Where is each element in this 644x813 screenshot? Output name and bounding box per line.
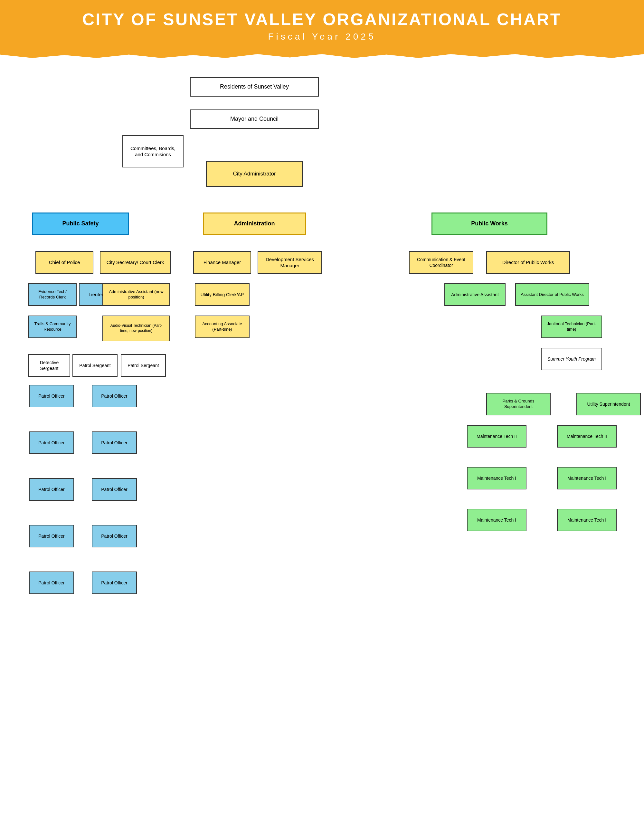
node-janitorial: Janitorial Technician (Part-time) [541,316,602,338]
org-chart-container: Residents of Sunset Valley Mayor and Cou… [0,58,644,90]
node-maint-tech-i-util1: Maintenance Tech I [557,467,616,489]
node-mayor: Mayor and Council [190,109,319,129]
node-administration: Administration [203,213,306,235]
node-accounting-assoc: Accounting Associate (Part-time) [195,316,250,338]
node-patrol-officer-r5: Patrol Officer [92,572,137,594]
node-utility-billing: Utility Billing Clerk/AP [195,283,250,306]
node-maint-tech-i-parks1: Maintenance Tech I [467,467,526,489]
node-audio-visual: Audio-Visual Technician (Part-time, new-… [103,316,170,341]
node-chief-police: Chief of Police [35,251,94,274]
node-maint-tech-ii-util1: Maintenance Tech II [557,425,616,448]
node-patrol-officer-r3: Patrol Officer [92,478,137,501]
node-patrol-officer-r4: Patrol Officer [92,525,137,548]
node-city-secretary: City Secretary/ Court Clerk [100,251,171,274]
node-patrol-officer-l5: Patrol Officer [29,572,74,594]
node-maint-tech-i-util2: Maintenance Tech I [557,509,616,531]
node-utility-supt: Utility Superintendent [577,393,641,415]
node-evidence-tech: Evidence Tech/ Records Clerk [28,283,77,306]
node-trails: Trails & Community Resource [28,316,77,338]
node-detective-sgt: Detective Sergeant [28,354,70,377]
node-finance-manager: Finance Manager [193,251,251,274]
node-patrol-sgt2: Patrol Sergeant [121,354,166,377]
node-committees: Committees, Boards, and Commisions [123,135,184,167]
page-title: CITY OF SUNSET VALLEY ORGANIZATIONAL CHA… [6,10,638,29]
fiscal-year: Fiscal Year 2025 [6,32,638,42]
node-parks-supt: Parks & Grounds Superintendent [486,393,550,415]
header: CITY OF SUNSET VALLEY ORGANIZATIONAL CHA… [0,0,644,58]
node-city-admin: City Administrator [206,161,303,187]
node-patrol-officer-l2: Patrol Officer [29,431,74,454]
node-patrol-officer-l4: Patrol Officer [29,525,74,548]
node-patrol-sgt1: Patrol Sergeant [72,354,118,377]
node-public-works: Public Works [431,213,547,235]
node-maint-tech-i-parks2: Maintenance Tech I [467,509,526,531]
node-summer-youth: Summer Youth Program [541,348,602,370]
node-dev-services: Development Services Manager [258,251,322,274]
node-patrol-officer-l1: Patrol Officer [29,385,74,407]
node-admin-asst-pw: Administrative Assistant [445,283,506,306]
node-asst-dir-pw: Assistant Director of Public Works [515,283,589,306]
node-maint-tech-ii-parks1: Maintenance Tech II [467,425,526,448]
node-public-safety: Public Safety [32,213,129,235]
node-residents: Residents of Sunset Valley [190,77,319,97]
node-admin-asst-court: Administrative Assistant (new position) [103,283,170,306]
node-patrol-officer-r1: Patrol Officer [92,385,137,407]
node-comm-event: Communication & Event Coordinator [409,251,473,274]
node-patrol-officer-l3: Patrol Officer [29,478,74,501]
node-dir-public-works: Director of Public Works [486,251,570,274]
node-patrol-officer-r2: Patrol Officer [92,431,137,454]
